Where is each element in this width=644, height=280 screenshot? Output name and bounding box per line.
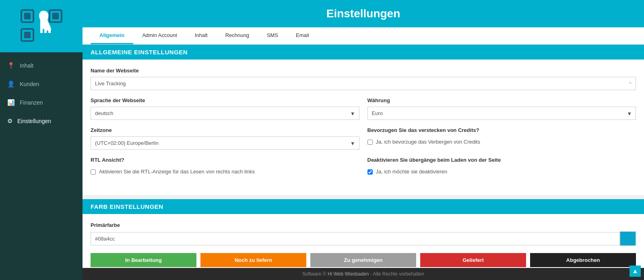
page-title: Einstellungen [99,7,628,20]
tab-sms[interactable]: SMS [258,27,287,44]
deactivate-transitions-label: Deaktivieren Sie übergänge beim Laden vo… [367,157,636,163]
sidebar-item-kunden[interactable]: 👤 Kunden [0,75,83,93]
sidebar-item-inhalt-label: Inhalt [20,62,33,69]
footer: Software © Hi Web Wiesbaden - Alle Recht… [83,268,644,280]
sidebar-item-inhalt[interactable]: 📍 Inhalt [0,56,83,75]
gear-icon: ⚙ [7,117,12,125]
status-abgebrochen: Abgebrochen [530,253,636,268]
user-icon: 👤 [7,80,15,88]
website-name-input[interactable] [91,77,636,90]
sidebar-item-einstellungen-label: Einstellungen [17,118,51,124]
website-name-label: Name der Webseite [91,68,636,74]
sidebar: 📍 Inhalt 👤 Kunden 📊 Finanzen ⚙ Einstellu… [0,0,83,280]
language-label: Sprache der Webseite [91,97,359,103]
color-settings-title: FARB EINSTELLUNGEN [91,203,163,210]
main-content: ALLGEMEINE EINSTELLUNGEN Name der Websei… [83,45,644,268]
location-icon: 📍 [7,62,15,69]
page-header: Einstellungen [83,0,644,27]
sidebar-logo [0,0,83,52]
status-colors-row: In Bearbeitung Noch zu liefern [91,253,636,268]
tab-admin-account[interactable]: Admin Account [133,27,186,44]
tab-email[interactable]: Email [287,27,318,44]
svg-rect-5 [24,32,31,38]
hide-credits-checkbox-label: Ja, ich bevorzuge das Verbergen von Cred… [376,139,480,145]
tabs-bar: Allgemein Admin Account Inhalt Rechnung … [83,27,644,45]
rtl-label: RTL Ansicht? [91,157,359,163]
scroll-to-top-button[interactable]: ▲ [630,266,641,277]
tab-allgemein[interactable]: Allgemein [91,27,133,44]
currency-select[interactable]: Euro USD GBP [367,107,636,120]
language-select[interactable]: deutsch English Français [91,107,359,120]
hide-credits-checkbox[interactable] [367,140,373,145]
status-zu-genehmigen: Zu genehmigen [310,253,416,268]
timezone-label: Zeitzone [91,127,359,133]
chart-icon: 📊 [7,99,15,106]
footer-link[interactable]: Hi Web Wiesbaden [328,271,369,277]
primary-color-input[interactable] [91,232,620,245]
deactivate-transitions-checkbox-label: Ja, ich möchte sie deaktivieren [376,169,448,175]
status-zu-genehmigen-btn[interactable]: Zu genehmigen [310,253,416,267]
content-area: Einstellungen Allgemein Admin Account In… [83,0,644,280]
sidebar-navigation: 📍 Inhalt 👤 Kunden 📊 Finanzen ⚙ Einstellu… [0,52,83,280]
status-noch-zu-liefern: Noch zu liefern [200,253,306,268]
timezone-select[interactable]: (UTC+02:00) Europe/Berlin (UTC+00:00) UT… [91,136,359,150]
status-geliefert: Geliefert [420,253,526,268]
sidebar-item-finanzen[interactable]: 📊 Finanzen [0,93,83,112]
footer-suffix: - Alle Rechte vorbehalten [370,271,424,277]
status-abgebrochen-btn[interactable]: Abgebrochen [530,253,636,267]
primary-color-swatch[interactable] [620,231,636,246]
rtl-checkbox[interactable] [91,169,96,175]
general-settings-header: ALLGEMEINE EINSTELLUNGEN [83,45,644,60]
primary-color-label: Primärfarbe [91,222,636,228]
rtl-checkbox-label: Aktivieren Sie die RTL-Anzeige für das L… [99,169,255,175]
sidebar-item-einstellungen[interactable]: ⚙ Einstellungen [0,112,83,130]
tab-rechnung[interactable]: Rechnung [217,27,258,44]
general-settings-form: Name der Webseite ❝ Sprache der Webseite [83,60,644,195]
general-settings-title: ALLGEMEINE EINSTELLUNGEN [91,49,188,56]
hide-credits-label: Bevorzugen Sie das verstecken von Credit… [367,127,636,133]
sidebar-item-kunden-label: Kunden [20,81,39,87]
status-in-bearbeitung: In Bearbeitung [91,253,196,268]
color-settings-form: Primärfarbe In Bearbeitung [83,214,644,268]
color-settings-header: FARB EINSTELLUNGEN [83,199,644,214]
currency-label: Währung [367,97,636,103]
footer-text: Software © [302,271,328,277]
quote-icon: ❝ [629,80,632,87]
status-in-bearbeitung-btn[interactable]: In Bearbeitung [91,253,196,267]
svg-rect-3 [52,13,59,19]
deactivate-transitions-checkbox[interactable] [367,169,373,175]
status-noch-zu-liefern-btn[interactable]: Noch zu liefern [200,253,306,267]
sidebar-item-finanzen-label: Finanzen [20,99,43,106]
status-geliefert-btn[interactable]: Geliefert [420,253,526,267]
svg-rect-1 [24,13,31,19]
tab-inhalt[interactable]: Inhalt [186,27,217,44]
